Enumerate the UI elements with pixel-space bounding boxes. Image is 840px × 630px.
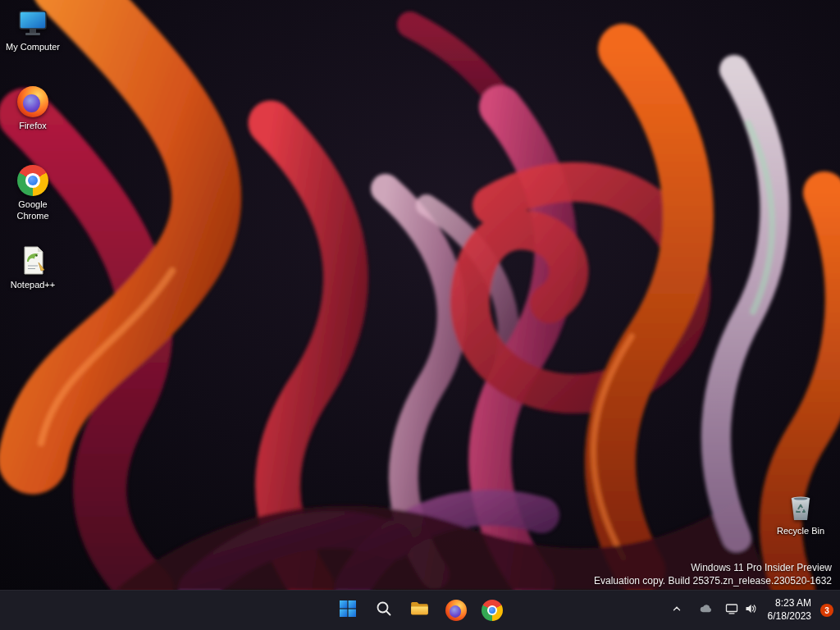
- onedrive-tray-button[interactable]: [692, 594, 720, 627]
- notepad-plus-plus-icon: [16, 244, 49, 277]
- desktop-icon-label: My Computer: [6, 42, 60, 53]
- chrome-taskbar-button[interactable]: [476, 594, 509, 627]
- chrome-icon: [16, 164, 49, 197]
- desktop-icon-notepad-plus-plus[interactable]: Notepad++: [2, 243, 64, 293]
- desktop-icon-label: Notepad++: [11, 280, 55, 291]
- notification-badge[interactable]: 3: [820, 604, 833, 617]
- network-volume-button[interactable]: [722, 594, 760, 627]
- clock-time: 8:23 AM: [768, 597, 811, 610]
- search-icon: [375, 600, 393, 621]
- search-button[interactable]: [368, 594, 400, 627]
- recycle-bin-icon: [784, 491, 817, 523]
- evaluation-watermark: Windows 11 Pro Insider Preview Evaluatio…: [594, 561, 832, 587]
- start-button[interactable]: [331, 594, 364, 627]
- firefox-icon: [16, 85, 49, 118]
- file-explorer-button[interactable]: [404, 594, 436, 627]
- clock[interactable]: 8:23 AM 6/18/2023: [762, 594, 817, 627]
- firefox-taskbar-button[interactable]: [440, 594, 472, 627]
- watermark-line1: Windows 11 Pro Insider Preview: [594, 561, 832, 574]
- desktop-icon-recycle-bin[interactable]: Recycle Bin: [769, 489, 832, 539]
- wallpaper-image: [0, 0, 840, 591]
- desktop-icon-label: Firefox: [19, 121, 47, 132]
- taskbar-center-group: [331, 594, 509, 627]
- taskbar: 8:23 AM 6/18/2023 3: [0, 590, 840, 630]
- show-hidden-icons-button[interactable]: [663, 594, 691, 627]
- volume-icon: [744, 602, 757, 619]
- desktop-icon-my-computer[interactable]: My Computer: [2, 5, 64, 55]
- desktop-icon-label: Google Chrome: [2, 199, 63, 222]
- windows-logo-icon: [338, 599, 358, 622]
- onedrive-cloud-icon: [699, 602, 713, 619]
- desktop[interactable]: My Computer Firefox Google Chrome Notepa…: [0, 0, 840, 591]
- desktop-icon-label: Recycle Bin: [777, 526, 824, 537]
- desktop-icon-firefox[interactable]: Firefox: [2, 84, 64, 134]
- folder-icon: [409, 598, 431, 623]
- chrome-icon: [482, 600, 503, 621]
- desktop-icon-google-chrome[interactable]: Google Chrome: [2, 162, 64, 224]
- firefox-icon: [445, 600, 467, 621]
- network-icon: [725, 602, 738, 619]
- monitor-icon: [16, 7, 49, 39]
- system-tray: 8:23 AM 6/18/2023 3: [663, 594, 838, 627]
- watermark-line2: Evaluation copy. Build 25375.zn_release.…: [594, 574, 832, 587]
- clock-date: 6/18/2023: [768, 610, 811, 623]
- chevron-up-icon: [671, 603, 682, 618]
